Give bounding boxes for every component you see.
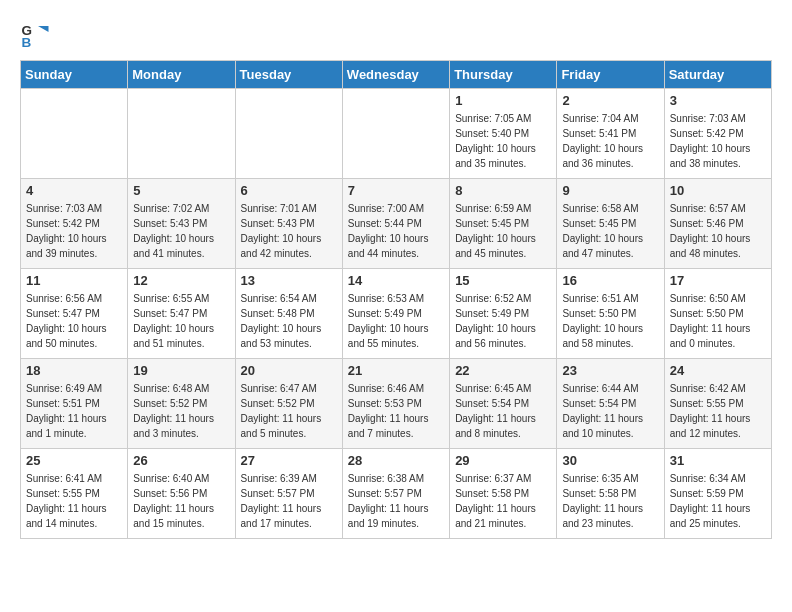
day-number: 30 bbox=[562, 453, 658, 468]
column-header-monday: Monday bbox=[128, 61, 235, 89]
day-number: 20 bbox=[241, 363, 337, 378]
day-info: Sunrise: 6:41 AM Sunset: 5:55 PM Dayligh… bbox=[26, 471, 122, 531]
day-info: Sunrise: 6:42 AM Sunset: 5:55 PM Dayligh… bbox=[670, 381, 766, 441]
calendar-cell: 12Sunrise: 6:55 AM Sunset: 5:47 PM Dayli… bbox=[128, 269, 235, 359]
day-info: Sunrise: 6:34 AM Sunset: 5:59 PM Dayligh… bbox=[670, 471, 766, 531]
column-header-friday: Friday bbox=[557, 61, 664, 89]
day-info: Sunrise: 6:48 AM Sunset: 5:52 PM Dayligh… bbox=[133, 381, 229, 441]
day-number: 25 bbox=[26, 453, 122, 468]
column-header-thursday: Thursday bbox=[450, 61, 557, 89]
page-header: G B bbox=[20, 20, 772, 50]
day-number: 29 bbox=[455, 453, 551, 468]
calendar-week-row: 25Sunrise: 6:41 AM Sunset: 5:55 PM Dayli… bbox=[21, 449, 772, 539]
calendar-cell: 30Sunrise: 6:35 AM Sunset: 5:58 PM Dayli… bbox=[557, 449, 664, 539]
day-number: 22 bbox=[455, 363, 551, 378]
day-info: Sunrise: 6:55 AM Sunset: 5:47 PM Dayligh… bbox=[133, 291, 229, 351]
column-header-saturday: Saturday bbox=[664, 61, 771, 89]
column-header-wednesday: Wednesday bbox=[342, 61, 449, 89]
day-info: Sunrise: 7:03 AM Sunset: 5:42 PM Dayligh… bbox=[26, 201, 122, 261]
logo: G B bbox=[20, 20, 54, 50]
day-info: Sunrise: 6:52 AM Sunset: 5:49 PM Dayligh… bbox=[455, 291, 551, 351]
calendar-cell: 22Sunrise: 6:45 AM Sunset: 5:54 PM Dayli… bbox=[450, 359, 557, 449]
day-number: 10 bbox=[670, 183, 766, 198]
day-info: Sunrise: 6:44 AM Sunset: 5:54 PM Dayligh… bbox=[562, 381, 658, 441]
calendar-week-row: 1Sunrise: 7:05 AM Sunset: 5:40 PM Daylig… bbox=[21, 89, 772, 179]
day-info: Sunrise: 6:59 AM Sunset: 5:45 PM Dayligh… bbox=[455, 201, 551, 261]
calendar-cell: 19Sunrise: 6:48 AM Sunset: 5:52 PM Dayli… bbox=[128, 359, 235, 449]
calendar-cell: 26Sunrise: 6:40 AM Sunset: 5:56 PM Dayli… bbox=[128, 449, 235, 539]
day-info: Sunrise: 6:51 AM Sunset: 5:50 PM Dayligh… bbox=[562, 291, 658, 351]
day-info: Sunrise: 6:37 AM Sunset: 5:58 PM Dayligh… bbox=[455, 471, 551, 531]
column-header-sunday: Sunday bbox=[21, 61, 128, 89]
calendar-cell: 2Sunrise: 7:04 AM Sunset: 5:41 PM Daylig… bbox=[557, 89, 664, 179]
day-info: Sunrise: 7:01 AM Sunset: 5:43 PM Dayligh… bbox=[241, 201, 337, 261]
day-info: Sunrise: 6:54 AM Sunset: 5:48 PM Dayligh… bbox=[241, 291, 337, 351]
calendar-cell: 17Sunrise: 6:50 AM Sunset: 5:50 PM Dayli… bbox=[664, 269, 771, 359]
calendar-cell: 13Sunrise: 6:54 AM Sunset: 5:48 PM Dayli… bbox=[235, 269, 342, 359]
calendar-cell: 28Sunrise: 6:38 AM Sunset: 5:57 PM Dayli… bbox=[342, 449, 449, 539]
calendar-cell: 29Sunrise: 6:37 AM Sunset: 5:58 PM Dayli… bbox=[450, 449, 557, 539]
day-info: Sunrise: 6:58 AM Sunset: 5:45 PM Dayligh… bbox=[562, 201, 658, 261]
day-info: Sunrise: 6:49 AM Sunset: 5:51 PM Dayligh… bbox=[26, 381, 122, 441]
calendar-cell: 8Sunrise: 6:59 AM Sunset: 5:45 PM Daylig… bbox=[450, 179, 557, 269]
day-number: 17 bbox=[670, 273, 766, 288]
calendar-cell: 3Sunrise: 7:03 AM Sunset: 5:42 PM Daylig… bbox=[664, 89, 771, 179]
day-info: Sunrise: 6:56 AM Sunset: 5:47 PM Dayligh… bbox=[26, 291, 122, 351]
day-number: 13 bbox=[241, 273, 337, 288]
calendar-cell: 14Sunrise: 6:53 AM Sunset: 5:49 PM Dayli… bbox=[342, 269, 449, 359]
calendar-cell: 9Sunrise: 6:58 AM Sunset: 5:45 PM Daylig… bbox=[557, 179, 664, 269]
day-info: Sunrise: 6:46 AM Sunset: 5:53 PM Dayligh… bbox=[348, 381, 444, 441]
day-info: Sunrise: 6:39 AM Sunset: 5:57 PM Dayligh… bbox=[241, 471, 337, 531]
day-info: Sunrise: 7:02 AM Sunset: 5:43 PM Dayligh… bbox=[133, 201, 229, 261]
day-info: Sunrise: 6:35 AM Sunset: 5:58 PM Dayligh… bbox=[562, 471, 658, 531]
calendar-cell: 24Sunrise: 6:42 AM Sunset: 5:55 PM Dayli… bbox=[664, 359, 771, 449]
calendar-cell: 10Sunrise: 6:57 AM Sunset: 5:46 PM Dayli… bbox=[664, 179, 771, 269]
day-number: 7 bbox=[348, 183, 444, 198]
logo-icon: G B bbox=[20, 20, 50, 50]
day-number: 23 bbox=[562, 363, 658, 378]
calendar-cell bbox=[342, 89, 449, 179]
day-info: Sunrise: 6:53 AM Sunset: 5:49 PM Dayligh… bbox=[348, 291, 444, 351]
calendar-table: SundayMondayTuesdayWednesdayThursdayFrid… bbox=[20, 60, 772, 539]
svg-text:B: B bbox=[22, 35, 32, 50]
day-number: 21 bbox=[348, 363, 444, 378]
calendar-cell: 25Sunrise: 6:41 AM Sunset: 5:55 PM Dayli… bbox=[21, 449, 128, 539]
day-number: 3 bbox=[670, 93, 766, 108]
calendar-cell: 4Sunrise: 7:03 AM Sunset: 5:42 PM Daylig… bbox=[21, 179, 128, 269]
day-number: 24 bbox=[670, 363, 766, 378]
calendar-cell: 1Sunrise: 7:05 AM Sunset: 5:40 PM Daylig… bbox=[450, 89, 557, 179]
calendar-cell bbox=[128, 89, 235, 179]
day-info: Sunrise: 7:05 AM Sunset: 5:40 PM Dayligh… bbox=[455, 111, 551, 171]
calendar-cell: 16Sunrise: 6:51 AM Sunset: 5:50 PM Dayli… bbox=[557, 269, 664, 359]
day-number: 28 bbox=[348, 453, 444, 468]
calendar-cell: 6Sunrise: 7:01 AM Sunset: 5:43 PM Daylig… bbox=[235, 179, 342, 269]
calendar-cell: 15Sunrise: 6:52 AM Sunset: 5:49 PM Dayli… bbox=[450, 269, 557, 359]
day-number: 9 bbox=[562, 183, 658, 198]
day-number: 15 bbox=[455, 273, 551, 288]
day-info: Sunrise: 6:38 AM Sunset: 5:57 PM Dayligh… bbox=[348, 471, 444, 531]
calendar-week-row: 18Sunrise: 6:49 AM Sunset: 5:51 PM Dayli… bbox=[21, 359, 772, 449]
calendar-cell: 18Sunrise: 6:49 AM Sunset: 5:51 PM Dayli… bbox=[21, 359, 128, 449]
day-number: 6 bbox=[241, 183, 337, 198]
column-header-tuesday: Tuesday bbox=[235, 61, 342, 89]
day-info: Sunrise: 7:03 AM Sunset: 5:42 PM Dayligh… bbox=[670, 111, 766, 171]
calendar-cell: 21Sunrise: 6:46 AM Sunset: 5:53 PM Dayli… bbox=[342, 359, 449, 449]
day-number: 5 bbox=[133, 183, 229, 198]
day-number: 2 bbox=[562, 93, 658, 108]
day-number: 18 bbox=[26, 363, 122, 378]
calendar-header-row: SundayMondayTuesdayWednesdayThursdayFrid… bbox=[21, 61, 772, 89]
svg-marker-1 bbox=[38, 26, 49, 32]
day-number: 27 bbox=[241, 453, 337, 468]
day-info: Sunrise: 7:04 AM Sunset: 5:41 PM Dayligh… bbox=[562, 111, 658, 171]
calendar-cell: 31Sunrise: 6:34 AM Sunset: 5:59 PM Dayli… bbox=[664, 449, 771, 539]
day-info: Sunrise: 6:57 AM Sunset: 5:46 PM Dayligh… bbox=[670, 201, 766, 261]
calendar-cell bbox=[21, 89, 128, 179]
calendar-week-row: 11Sunrise: 6:56 AM Sunset: 5:47 PM Dayli… bbox=[21, 269, 772, 359]
day-info: Sunrise: 6:47 AM Sunset: 5:52 PM Dayligh… bbox=[241, 381, 337, 441]
day-number: 14 bbox=[348, 273, 444, 288]
day-number: 1 bbox=[455, 93, 551, 108]
day-number: 19 bbox=[133, 363, 229, 378]
calendar-cell: 20Sunrise: 6:47 AM Sunset: 5:52 PM Dayli… bbox=[235, 359, 342, 449]
day-number: 26 bbox=[133, 453, 229, 468]
calendar-cell: 7Sunrise: 7:00 AM Sunset: 5:44 PM Daylig… bbox=[342, 179, 449, 269]
